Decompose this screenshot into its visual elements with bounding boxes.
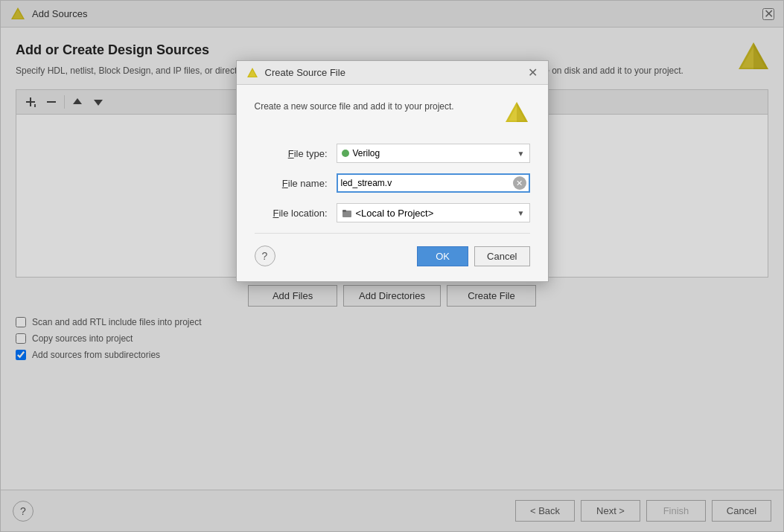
svg-rect-17	[342, 210, 346, 212]
dialog-description-text: Create a new source file and add it to y…	[255, 100, 496, 113]
dialog-action-buttons: OK Cancel	[417, 246, 529, 266]
dialog-description-row: Create a new source file and add it to y…	[255, 100, 530, 129]
dialog-close-button[interactable]: ✕	[527, 67, 539, 79]
dialog-separator	[255, 233, 530, 234]
file-location-label: File location:	[255, 208, 337, 219]
dialog-ok-button[interactable]: OK	[417, 246, 468, 266]
file-name-label: File name:	[255, 178, 337, 189]
dialog-overlay: Create Source File ✕ Create a new source…	[1, 1, 783, 531]
svg-marker-15	[517, 102, 528, 122]
file-type-row: File type: Verilog ▼	[255, 144, 530, 163]
main-window: Add Sources ✕ Add or Create Design Sourc…	[0, 0, 784, 532]
location-icon	[342, 208, 352, 218]
file-type-value: Verilog	[353, 148, 380, 158]
file-type-dropdown[interactable]: Verilog ▼	[337, 144, 530, 163]
file-name-label-text: ile name:	[288, 178, 328, 189]
create-source-dialog: Create Source File ✕ Create a new source…	[236, 60, 549, 282]
dialog-title-left: Create Source File	[246, 66, 345, 80]
dialog-body: Create a new source file and add it to y…	[237, 85, 548, 281]
file-name-input[interactable]	[338, 175, 513, 191]
dialog-logo-icon	[503, 100, 530, 129]
dialog-actions: ? OK Cancel	[255, 246, 530, 269]
file-name-row: File name: ✕	[255, 173, 530, 193]
dialog-title: Create Source File	[265, 67, 345, 78]
dialog-help-button[interactable]: ?	[255, 246, 275, 266]
file-type-value-row: Verilog	[342, 148, 380, 158]
file-location-row: File location: <Local to Project> ▼	[255, 203, 530, 222]
dialog-vivado-icon	[246, 66, 259, 80]
dialog-title-bar: Create Source File ✕	[237, 61, 548, 85]
file-name-clear-button[interactable]: ✕	[513, 176, 526, 190]
file-location-label-text: ile location:	[278, 208, 327, 219]
file-type-label: File type:	[255, 148, 337, 159]
file-name-input-wrapper: ✕	[337, 173, 530, 193]
file-location-dropdown-arrow-icon: ▼	[517, 209, 525, 217]
file-location-value: <Local to Project>	[356, 208, 434, 219]
file-location-left: <Local to Project>	[342, 208, 434, 219]
file-type-dropdown-arrow-icon: ▼	[517, 150, 525, 158]
verilog-dot-icon	[342, 150, 349, 157]
dialog-cancel-button[interactable]: Cancel	[474, 246, 529, 266]
file-type-label-text: ile type:	[294, 148, 328, 159]
file-location-dropdown[interactable]: <Local to Project> ▼	[337, 203, 530, 222]
